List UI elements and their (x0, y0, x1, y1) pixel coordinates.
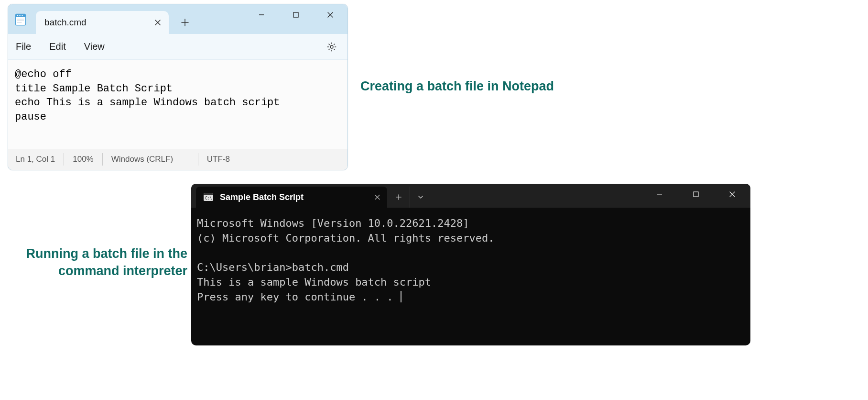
svg-rect-2 (17, 15, 18, 16)
terminal-titlebar[interactable]: C:\ Sample Batch Script (191, 184, 750, 208)
menu-edit[interactable]: Edit (49, 41, 65, 52)
close-tab-icon[interactable] (374, 194, 380, 200)
svg-rect-4 (21, 15, 21, 16)
maximize-button[interactable] (279, 4, 313, 25)
notepad-tab[interactable]: batch.cmd (36, 11, 169, 34)
close-tab-icon[interactable] (154, 19, 161, 26)
caption-terminal: Running a batch file in the command inte… (25, 245, 187, 280)
caption-notepad: Creating a batch file in Notepad (360, 78, 554, 95)
minimize-button[interactable] (641, 184, 678, 205)
terminal-output[interactable]: Microsoft Windows [Version 10.0.22621.24… (191, 208, 750, 345)
new-terminal-tab-button[interactable] (387, 187, 410, 208)
svg-text:C:\: C:\ (205, 196, 212, 200)
close-window-button[interactable] (714, 184, 750, 205)
notepad-window: batch.cmd File Edit View (8, 4, 348, 170)
notepad-tab-title: batch.cmd (44, 17, 87, 28)
notepad-window-controls (244, 4, 347, 25)
svg-rect-16 (694, 192, 698, 197)
terminal-window-controls (641, 184, 750, 205)
terminal-window: C:\ Sample Batch Script Micros (191, 184, 750, 345)
status-eol: Windows (CRLF) (103, 153, 198, 166)
new-tab-button[interactable] (174, 12, 195, 33)
svg-point-11 (330, 45, 333, 48)
notepad-text-area[interactable]: @echo off title Sample Batch Script echo… (8, 60, 347, 149)
cmd-icon: C:\ (204, 193, 213, 201)
tab-dropdown-icon[interactable] (410, 187, 431, 208)
terminal-text: Microsoft Windows [Version 10.0.22621.24… (197, 217, 495, 303)
status-zoom: 100% (64, 153, 102, 166)
minimize-button[interactable] (244, 4, 279, 25)
maximize-button[interactable] (678, 184, 714, 205)
menu-view[interactable]: View (84, 41, 105, 52)
svg-rect-5 (22, 15, 23, 16)
terminal-tab-title: Sample Batch Script (220, 192, 304, 202)
terminal-tab[interactable]: C:\ Sample Batch Script (196, 187, 387, 208)
svg-rect-10 (293, 12, 298, 17)
terminal-cursor (401, 291, 401, 302)
settings-gear-icon[interactable] (326, 42, 337, 52)
status-cursor-pos: Ln 1, Col 1 (16, 153, 64, 166)
notepad-statusbar: Ln 1, Col 1 100% Windows (CRLF) UTF-8 (8, 149, 347, 170)
notepad-menubar: File Edit View (8, 34, 347, 60)
menu-file[interactable]: File (16, 41, 31, 52)
status-encoding: UTF-8 (198, 153, 239, 166)
svg-rect-3 (19, 15, 20, 16)
close-window-button[interactable] (313, 4, 347, 25)
notepad-titlebar[interactable]: batch.cmd (8, 4, 347, 34)
svg-rect-13 (204, 193, 213, 195)
notepad-app-icon (14, 13, 27, 26)
